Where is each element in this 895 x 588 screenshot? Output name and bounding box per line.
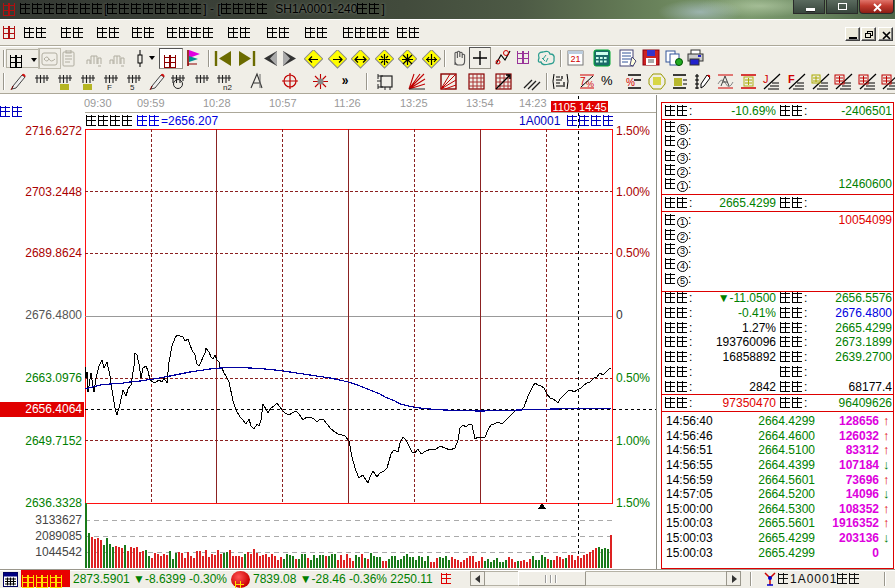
svg-text:n2: n2 — [223, 83, 232, 91]
svg-text:%: % — [626, 77, 635, 88]
svg-text:5: 5 — [130, 83, 135, 91]
svg-text:21: 21 — [570, 54, 580, 64]
svg-text:F: F — [788, 73, 795, 85]
svg-text:F: F — [107, 83, 112, 91]
svg-text:%: % — [586, 79, 594, 89]
svg-text:J: J — [763, 73, 769, 85]
